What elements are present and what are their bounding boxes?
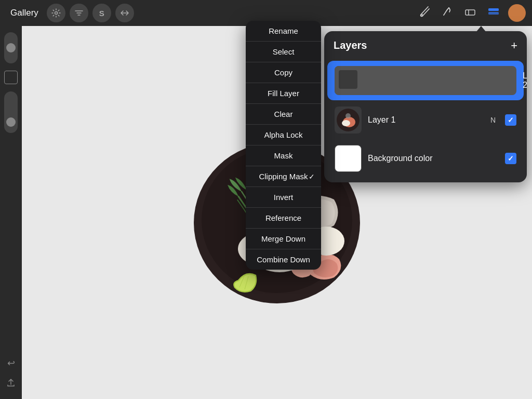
undo-button[interactable]: ↩ — [3, 355, 19, 371]
sidebar-bottom-actions: ↩ — [3, 355, 19, 391]
adjustments-button[interactable] — [70, 4, 88, 22]
copy-menu-item[interactable]: Copy — [246, 62, 321, 83]
svg-point-18 — [342, 120, 350, 126]
background-thumbnail — [335, 145, 362, 172]
share-button[interactable] — [3, 375, 19, 391]
invert-menu-item[interactable]: Invert — [246, 187, 321, 208]
gallery-button[interactable]: Gallery — [6, 6, 43, 20]
rename-menu-item[interactable]: Rename — [246, 21, 321, 42]
clipping-mask-menu-item[interactable]: Clipping Mask — [246, 166, 321, 187]
layer2-name: Layer 2 — [523, 71, 527, 90]
alpha-lock-menu-item[interactable]: Alpha Lock — [246, 125, 321, 145]
layer-row-layer1[interactable]: Layer 1 N ✓ — [327, 101, 524, 139]
color-square-indicator[interactable] — [4, 71, 18, 84]
background-name: Background color — [368, 154, 499, 163]
layer-row-background[interactable]: Background color ✓ — [327, 140, 524, 177]
clear-menu-item[interactable]: Clear — [246, 104, 321, 125]
selection-button[interactable]: S — [92, 4, 111, 22]
svg-point-1 — [421, 15, 423, 17]
layers-tool-icon[interactable] — [484, 2, 503, 24]
transform-button[interactable] — [115, 4, 134, 22]
layer-row-layer2[interactable]: Layer 2 N ✓ — [327, 61, 524, 100]
layer1-mode: N — [490, 116, 496, 124]
brush-size-slider[interactable] — [4, 32, 18, 63]
background-visibility-checkbox[interactable]: ✓ — [505, 153, 516, 164]
context-menu: Rename Select Copy Fill Layer Clear Alph… — [246, 21, 321, 270]
layer2-thumbnail — [335, 66, 516, 95]
layer1-name: Layer 1 — [368, 115, 484, 125]
add-layer-button[interactable]: + — [511, 40, 517, 51]
merge-down-menu-item[interactable]: Merge Down — [246, 229, 321, 249]
layers-header: Layers + — [324, 31, 527, 60]
opacity-slider[interactable] — [4, 91, 18, 133]
svg-rect-15 — [339, 70, 357, 89]
layer1-visibility-checkbox[interactable]: ✓ — [505, 114, 516, 126]
background-check-icon: ✓ — [508, 154, 514, 163]
toolbar-left: Gallery S — [6, 4, 134, 22]
layer1-thumbnail — [335, 107, 362, 134]
brush-size-handle — [6, 43, 16, 52]
left-sidebar: ↩ — [0, 26, 22, 399]
layers-panel-title: Layers — [334, 39, 367, 51]
selection-icon: S — [99, 9, 104, 18]
svg-point-19 — [345, 113, 351, 118]
reference-menu-item[interactable]: Reference — [246, 208, 321, 229]
mask-menu-item[interactable]: Mask — [246, 145, 321, 166]
layers-panel-arrow — [476, 26, 486, 32]
toolbar-right — [416, 2, 526, 24]
settings-button[interactable] — [47, 4, 65, 22]
settings-icon — [51, 8, 61, 18]
color-picker-button[interactable] — [508, 4, 526, 22]
layers-panel: Layers + Layer 2 N ✓ Layer 1 N — [324, 31, 527, 182]
smudge-tool-icon[interactable] — [438, 3, 456, 23]
opacity-handle — [6, 117, 16, 127]
adjustments-icon — [74, 8, 84, 18]
layer1-check-icon: ✓ — [508, 116, 514, 124]
svg-rect-3 — [488, 8, 499, 11]
transform-icon — [120, 8, 129, 18]
svg-rect-2 — [466, 10, 475, 15]
fill-layer-menu-item[interactable]: Fill Layer — [246, 83, 321, 104]
svg-point-0 — [55, 12, 57, 15]
select-menu-item[interactable]: Select — [246, 42, 321, 62]
brush-tool-icon[interactable] — [416, 3, 433, 23]
eraser-tool-icon[interactable] — [461, 3, 479, 23]
combine-down-menu-item[interactable]: Combine Down — [246, 249, 321, 270]
svg-rect-4 — [488, 12, 499, 15]
